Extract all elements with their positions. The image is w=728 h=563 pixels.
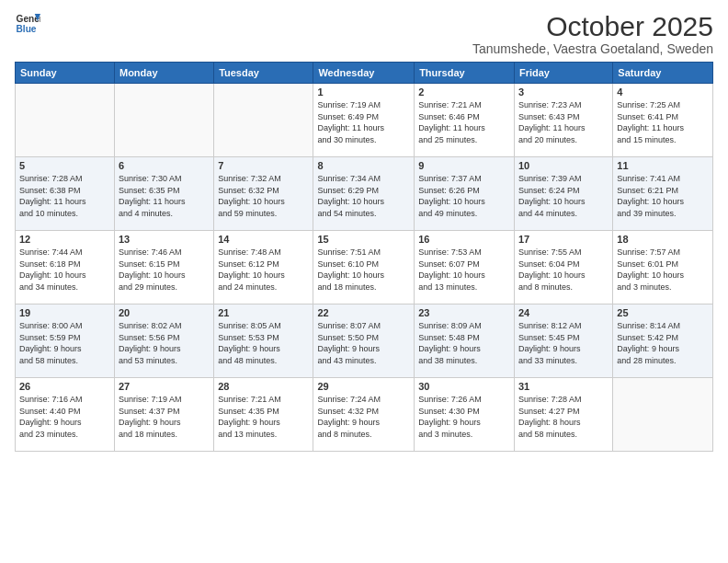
day-info: Sunrise: 7:19 AM Sunset: 6:49 PM Dayligh… <box>317 99 410 145</box>
day-info: Sunrise: 7:53 AM Sunset: 6:07 PM Dayligh… <box>418 247 510 293</box>
cell-w3-d4: 23Sunrise: 8:09 AM Sunset: 5:48 PM Dayli… <box>415 304 515 378</box>
day-info: Sunrise: 7:34 AM Sunset: 6:29 PM Dayligh… <box>317 173 410 219</box>
cell-w2-d3: 15Sunrise: 7:51 AM Sunset: 6:10 PM Dayli… <box>313 231 415 304</box>
day-number: 26 <box>19 381 110 392</box>
month-title: October 2025 <box>472 11 713 41</box>
day-number: 9 <box>418 160 510 171</box>
cell-w0-d5: 3Sunrise: 7:23 AM Sunset: 6:43 PM Daylig… <box>514 84 612 157</box>
day-info: Sunrise: 8:05 AM Sunset: 5:53 PM Dayligh… <box>218 320 309 366</box>
cell-w1-d5: 10Sunrise: 7:39 AM Sunset: 6:24 PM Dayli… <box>514 157 612 231</box>
cell-w3-d3: 22Sunrise: 8:07 AM Sunset: 5:50 PM Dayli… <box>313 304 415 378</box>
header-friday: Friday <box>514 63 612 84</box>
day-number: 3 <box>518 86 609 98</box>
day-info: Sunrise: 7:26 AM Sunset: 4:30 PM Dayligh… <box>418 394 510 440</box>
day-number: 16 <box>418 234 510 245</box>
cell-w3-d6: 25Sunrise: 8:14 AM Sunset: 5:42 PM Dayli… <box>613 304 713 378</box>
week-row-4: 26Sunrise: 7:16 AM Sunset: 4:40 PM Dayli… <box>16 378 713 452</box>
day-number: 15 <box>317 234 410 245</box>
day-info: Sunrise: 8:00 AM Sunset: 5:59 PM Dayligh… <box>19 320 110 366</box>
header-wednesday: Wednesday <box>313 63 415 84</box>
cell-w1-d2: 7Sunrise: 7:32 AM Sunset: 6:32 PM Daylig… <box>214 157 313 231</box>
logo-icon: General Blue <box>15 11 40 37</box>
day-info: Sunrise: 7:30 AM Sunset: 6:35 PM Dayligh… <box>119 173 210 219</box>
header-tuesday: Tuesday <box>214 63 313 84</box>
calendar-table: Sunday Monday Tuesday Wednesday Thursday… <box>15 62 713 452</box>
day-info: Sunrise: 8:07 AM Sunset: 5:50 PM Dayligh… <box>317 320 410 366</box>
day-info: Sunrise: 7:41 AM Sunset: 6:21 PM Dayligh… <box>617 173 709 219</box>
day-number: 7 <box>218 160 309 171</box>
cell-w4-d1: 27Sunrise: 7:19 AM Sunset: 4:37 PM Dayli… <box>114 378 213 452</box>
cell-w1-d1: 6Sunrise: 7:30 AM Sunset: 6:35 PM Daylig… <box>114 157 213 231</box>
cell-w3-d2: 21Sunrise: 8:05 AM Sunset: 5:53 PM Dayli… <box>214 304 313 378</box>
day-info: Sunrise: 7:23 AM Sunset: 6:43 PM Dayligh… <box>518 99 609 145</box>
svg-text:Blue: Blue <box>17 24 37 34</box>
day-number: 2 <box>418 86 510 98</box>
cell-w0-d0 <box>16 84 115 157</box>
day-info: Sunrise: 8:09 AM Sunset: 5:48 PM Dayligh… <box>418 320 510 366</box>
day-info: Sunrise: 8:12 AM Sunset: 5:45 PM Dayligh… <box>518 320 609 366</box>
day-number: 14 <box>218 234 309 245</box>
day-info: Sunrise: 7:28 AM Sunset: 4:27 PM Dayligh… <box>518 394 609 440</box>
day-info: Sunrise: 7:21 AM Sunset: 6:46 PM Dayligh… <box>418 99 510 145</box>
logo: General Blue <box>15 11 40 37</box>
header: General Blue October 2025 Tanumshede, Va… <box>15 11 713 56</box>
day-info: Sunrise: 7:28 AM Sunset: 6:38 PM Dayligh… <box>19 173 110 219</box>
cell-w1-d6: 11Sunrise: 7:41 AM Sunset: 6:21 PM Dayli… <box>613 157 713 231</box>
day-number: 29 <box>317 381 410 392</box>
week-row-2: 12Sunrise: 7:44 AM Sunset: 6:18 PM Dayli… <box>16 231 713 304</box>
location-title: Tanumshede, Vaestra Goetaland, Sweden <box>472 41 713 56</box>
cell-w4-d0: 26Sunrise: 7:16 AM Sunset: 4:40 PM Dayli… <box>16 378 115 452</box>
day-number: 4 <box>617 86 709 98</box>
week-row-1: 5Sunrise: 7:28 AM Sunset: 6:38 PM Daylig… <box>16 157 713 231</box>
cell-w0-d1 <box>114 84 213 157</box>
day-number: 8 <box>317 160 410 171</box>
cell-w2-d1: 13Sunrise: 7:46 AM Sunset: 6:15 PM Dayli… <box>114 231 213 304</box>
day-number: 6 <box>119 160 210 171</box>
day-number: 20 <box>119 307 210 318</box>
day-number: 10 <box>518 160 609 171</box>
cell-w1-d3: 8Sunrise: 7:34 AM Sunset: 6:29 PM Daylig… <box>313 157 415 231</box>
cell-w0-d6: 4Sunrise: 7:25 AM Sunset: 6:41 PM Daylig… <box>613 84 713 157</box>
day-info: Sunrise: 7:37 AM Sunset: 6:26 PM Dayligh… <box>418 173 510 219</box>
day-number: 18 <box>617 234 709 245</box>
day-info: Sunrise: 7:25 AM Sunset: 6:41 PM Dayligh… <box>617 99 709 145</box>
day-info: Sunrise: 8:14 AM Sunset: 5:42 PM Dayligh… <box>617 320 709 366</box>
header-saturday: Saturday <box>613 63 713 84</box>
header-monday: Monday <box>114 63 213 84</box>
cell-w1-d0: 5Sunrise: 7:28 AM Sunset: 6:38 PM Daylig… <box>16 157 115 231</box>
cell-w4-d4: 30Sunrise: 7:26 AM Sunset: 4:30 PM Dayli… <box>415 378 515 452</box>
cell-w4-d6 <box>613 378 713 452</box>
day-number: 27 <box>119 381 210 392</box>
day-info: Sunrise: 7:39 AM Sunset: 6:24 PM Dayligh… <box>518 173 609 219</box>
week-row-0: 1Sunrise: 7:19 AM Sunset: 6:49 PM Daylig… <box>16 84 713 157</box>
cell-w2-d5: 17Sunrise: 7:55 AM Sunset: 6:04 PM Dayli… <box>514 231 612 304</box>
day-number: 13 <box>119 234 210 245</box>
day-info: Sunrise: 7:19 AM Sunset: 4:37 PM Dayligh… <box>119 394 210 440</box>
day-info: Sunrise: 7:16 AM Sunset: 4:40 PM Dayligh… <box>19 394 110 440</box>
title-block: October 2025 Tanumshede, Vaestra Goetala… <box>472 11 713 56</box>
day-number: 5 <box>19 160 110 171</box>
day-info: Sunrise: 7:21 AM Sunset: 4:35 PM Dayligh… <box>218 394 309 440</box>
day-number: 12 <box>19 234 110 245</box>
day-info: Sunrise: 7:48 AM Sunset: 6:12 PM Dayligh… <box>218 247 309 293</box>
day-info: Sunrise: 7:51 AM Sunset: 6:10 PM Dayligh… <box>317 247 410 293</box>
page: General Blue October 2025 Tanumshede, Va… <box>0 0 728 563</box>
cell-w3-d0: 19Sunrise: 8:00 AM Sunset: 5:59 PM Dayli… <box>16 304 115 378</box>
day-number: 22 <box>317 307 410 318</box>
cell-w2-d6: 18Sunrise: 7:57 AM Sunset: 6:01 PM Dayli… <box>613 231 713 304</box>
cell-w3-d1: 20Sunrise: 8:02 AM Sunset: 5:56 PM Dayli… <box>114 304 213 378</box>
cell-w1-d4: 9Sunrise: 7:37 AM Sunset: 6:26 PM Daylig… <box>415 157 515 231</box>
cell-w2-d2: 14Sunrise: 7:48 AM Sunset: 6:12 PM Dayli… <box>214 231 313 304</box>
day-number: 23 <box>418 307 510 318</box>
cell-w2-d4: 16Sunrise: 7:53 AM Sunset: 6:07 PM Dayli… <box>415 231 515 304</box>
day-number: 19 <box>19 307 110 318</box>
week-row-3: 19Sunrise: 8:00 AM Sunset: 5:59 PM Dayli… <box>16 304 713 378</box>
day-number: 21 <box>218 307 309 318</box>
cell-w4-d5: 31Sunrise: 7:28 AM Sunset: 4:27 PM Dayli… <box>514 378 612 452</box>
day-number: 28 <box>218 381 309 392</box>
day-number: 30 <box>418 381 510 392</box>
cell-w2-d0: 12Sunrise: 7:44 AM Sunset: 6:18 PM Dayli… <box>16 231 115 304</box>
cell-w4-d2: 28Sunrise: 7:21 AM Sunset: 4:35 PM Dayli… <box>214 378 313 452</box>
cell-w3-d5: 24Sunrise: 8:12 AM Sunset: 5:45 PM Dayli… <box>514 304 612 378</box>
day-info: Sunrise: 8:02 AM Sunset: 5:56 PM Dayligh… <box>119 320 210 366</box>
